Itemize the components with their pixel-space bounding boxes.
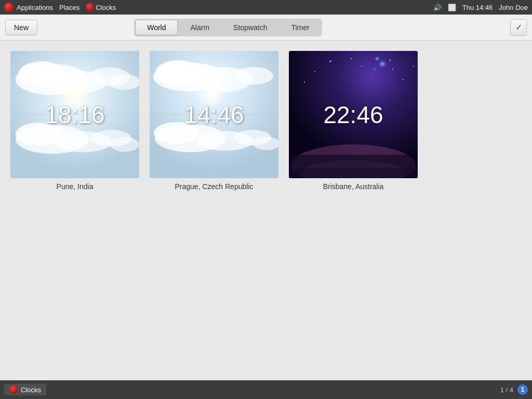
info-badge[interactable]: 1 — [517, 384, 528, 395]
svg-point-30 — [374, 69, 375, 70]
brisbane-label: Brisbane, Australia — [323, 182, 384, 191]
svg-point-38 — [403, 79, 404, 80]
app-menu[interactable]: Applications — [17, 4, 53, 11]
clocks-menu[interactable]: Clocks — [86, 3, 116, 11]
app-menu-icon — [4, 3, 14, 12]
clock-card-prague[interactable]: 14:46 Prague, Czech Republic — [150, 51, 278, 191]
volume-icon[interactable]: 🔊 — [433, 4, 442, 11]
user-name[interactable]: John Doe — [499, 4, 528, 11]
page-indicator: 1 / 4 — [500, 386, 513, 394]
clock-image-pune: 18:16 — [10, 51, 139, 178]
tabs-container: World Alarm Stopwatch Timer — [134, 19, 322, 36]
tab-timer[interactable]: Timer — [280, 20, 321, 35]
svg-point-35 — [351, 58, 352, 59]
clocks-menu-icon — [86, 3, 94, 11]
places-menu[interactable]: Places — [59, 4, 79, 11]
svg-point-5 — [109, 74, 139, 90]
tab-alarm[interactable]: Alarm — [179, 20, 221, 35]
clock-image-prague: 14:46 — [150, 51, 278, 178]
brisbane-time: 22:46 — [323, 101, 383, 129]
prague-label: Prague, Czech Republic — [175, 182, 254, 191]
tab-world[interactable]: World — [135, 20, 178, 35]
taskbar-right: 1 / 4 1 — [500, 384, 528, 395]
clock-card-pune[interactable]: 18:16 Pune, India — [10, 51, 139, 191]
pune-time: 18:16 — [45, 101, 104, 129]
taskbar-clocks-item[interactable]: Clocks — [4, 384, 46, 395]
main-content: 18:16 Pune, India — [0, 41, 532, 380]
clock-card-brisbane[interactable]: 22:46 Brisbane, Australia — [289, 51, 418, 191]
display-icon[interactable]: ⬜ — [448, 4, 456, 11]
new-button[interactable]: New — [5, 20, 37, 35]
app-toolbar: New World Alarm Stopwatch Timer ✓ — [0, 15, 532, 41]
select-button[interactable]: ✓ — [510, 19, 527, 36]
svg-rect-43 — [289, 168, 418, 178]
system-datetime: Thu 14:46 — [462, 4, 493, 11]
svg-point-32 — [375, 56, 380, 61]
svg-point-31 — [378, 60, 387, 68]
svg-point-34 — [330, 61, 331, 62]
clock-image-brisbane: 22:46 — [289, 51, 418, 178]
svg-point-37 — [304, 82, 305, 83]
taskbar-clock-icon — [9, 385, 18, 394]
taskbar-app-label: Clocks — [21, 386, 41, 394]
system-bar-left: Applications Places Clocks — [4, 3, 116, 12]
svg-point-39 — [413, 66, 414, 67]
svg-point-28 — [390, 60, 391, 61]
system-bar: Applications Places Clocks 🔊 ⬜ Thu 14:46… — [0, 0, 532, 15]
svg-point-17 — [234, 67, 273, 85]
tab-stopwatch[interactable]: Stopwatch — [222, 20, 278, 35]
system-bar-right: 🔊 ⬜ Thu 14:46 John Doe — [433, 4, 528, 11]
prague-time: 14:46 — [184, 101, 244, 129]
svg-point-36 — [361, 66, 362, 67]
svg-point-33 — [314, 71, 315, 72]
pune-label: Pune, India — [57, 182, 94, 191]
svg-point-29 — [392, 69, 393, 70]
taskbar: Clocks 1 / 4 1 — [0, 380, 532, 399]
svg-point-12 — [110, 137, 139, 152]
